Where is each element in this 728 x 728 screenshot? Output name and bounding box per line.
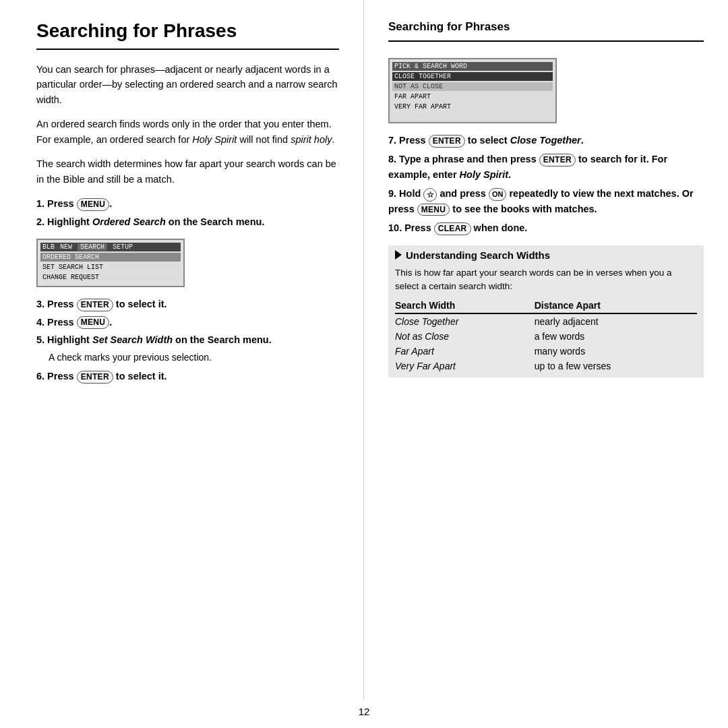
right-title-divider — [388, 40, 704, 42]
right-screenshot-row-3: NOT AS CLOSE — [392, 82, 553, 91]
col-header-width: Search Width — [395, 300, 535, 313]
table-row: Far Apartmany words — [395, 344, 697, 359]
para2: An ordered search finds words only in th… — [36, 117, 339, 147]
enter-key-4: ENTER — [539, 154, 576, 166]
understanding-title: Understanding Search Widths — [395, 249, 697, 261]
col-header-distance: Distance Apart — [535, 300, 697, 313]
search-width-cell: Close Together — [395, 313, 535, 329]
search-width-cell: Far Apart — [395, 344, 535, 359]
distance-cell: many words — [535, 344, 697, 359]
left-column: Searching for Phrases You can search for… — [0, 0, 364, 699]
page-number: 12 — [0, 699, 728, 728]
step3: 3. Press ENTER to select it. — [36, 297, 339, 311]
screenshot-row-4: CHANGE REQUEST — [40, 273, 181, 282]
title-divider — [36, 49, 339, 50]
screenshot-row-3: SET SEARCH LIST — [40, 263, 181, 272]
step8: 8. Type a phrase and then press ENTER to… — [388, 152, 704, 182]
para2-suffix: . — [332, 134, 334, 145]
screenshot-row-2: ORDERED SEARCH — [40, 253, 181, 262]
step4: 4. Press MENU. — [36, 315, 339, 330]
right-screenshot-row-5: VERY FAR APART — [392, 102, 553, 111]
para2-italic1: Holy Spirit — [192, 134, 237, 145]
step9: 9. Hold ☆ and press ON repeatedly to vie… — [388, 186, 704, 216]
step7: 7. Press ENTER to select Close Together. — [388, 133, 704, 148]
content-columns: Searching for Phrases You can search for… — [0, 0, 728, 699]
step6: 6. Press ENTER to select it. — [36, 369, 339, 384]
table-row: Very Far Apartup to a few verses — [395, 359, 697, 373]
clear-key: CLEAR — [434, 222, 471, 235]
on-key: ON — [489, 188, 507, 201]
screenshot-left: BLB NEW SEARCH SETUP ORDERED SEARCH SET … — [36, 239, 185, 287]
step5: 5. Highlight Set Search Width on the Sea… — [36, 332, 339, 347]
right-screenshot-row-4: FAR APART — [392, 92, 553, 101]
search-width-cell: Not as Close — [395, 329, 535, 344]
enter-key-2: ENTER — [77, 371, 113, 384]
main-title: Searching for Phrases — [36, 20, 339, 42]
understanding-text: This is how far apart your search words … — [395, 266, 697, 294]
right-title: Searching for Phrases — [388, 20, 704, 34]
screenshot-right: PICK & SEARCH WORD CLOSE TOGETHER NOT AS… — [388, 58, 557, 123]
distance-cell: a few words — [535, 329, 697, 344]
step1: 1. Press MENU. — [36, 196, 339, 211]
para2-italic2: spirit holy — [291, 134, 332, 145]
enter-key-1: ENTER — [77, 299, 113, 311]
menu-key-2: MENU — [77, 316, 110, 329]
para1: You can search for phrases—adjacent or n… — [36, 62, 339, 107]
distance-cell: nearly adjacent — [535, 313, 697, 329]
search-width-table: Search Width Distance Apart Close Togeth… — [395, 300, 697, 373]
para2-mid: will not find — [237, 134, 291, 145]
step2: 2. Highlight Ordered Search on the Searc… — [36, 214, 339, 229]
understanding-title-text: Understanding Search Widths — [406, 249, 550, 261]
page: Searching for Phrases You can search for… — [0, 0, 728, 728]
understanding-box: Understanding Search Widths This is how … — [388, 245, 704, 378]
menu-key-3: MENU — [417, 204, 450, 216]
screenshot-row-1: BLB NEW SEARCH SETUP — [40, 243, 181, 251]
table-row: Not as Closea few words — [395, 329, 697, 344]
arrow-right-icon — [395, 250, 402, 260]
right-screenshot-row-1: PICK & SEARCH WORD — [392, 62, 553, 71]
table-row: Close Togethernearly adjacent — [395, 313, 697, 329]
step5-sub: A check marks your previous selection. — [36, 351, 339, 365]
table-header-row: Search Width Distance Apart — [395, 300, 697, 313]
para3: The search width determines how far apar… — [36, 156, 339, 187]
right-column: Searching for Phrases PICK & SEARCH WORD… — [364, 0, 728, 699]
search-table-body: Close Togethernearly adjacentNot as Clos… — [395, 313, 697, 373]
search-width-cell: Very Far Apart — [395, 359, 535, 373]
step10: 10. Press CLEAR when done. — [388, 220, 704, 235]
screenshot-blank — [392, 113, 553, 119]
menu-key-1: MENU — [77, 198, 110, 211]
star-icon: ☆ — [423, 188, 437, 202]
enter-key-3: ENTER — [429, 135, 465, 148]
right-screenshot-row-2: CLOSE TOGETHER — [392, 72, 553, 81]
distance-cell: up to a few verses — [535, 359, 697, 373]
